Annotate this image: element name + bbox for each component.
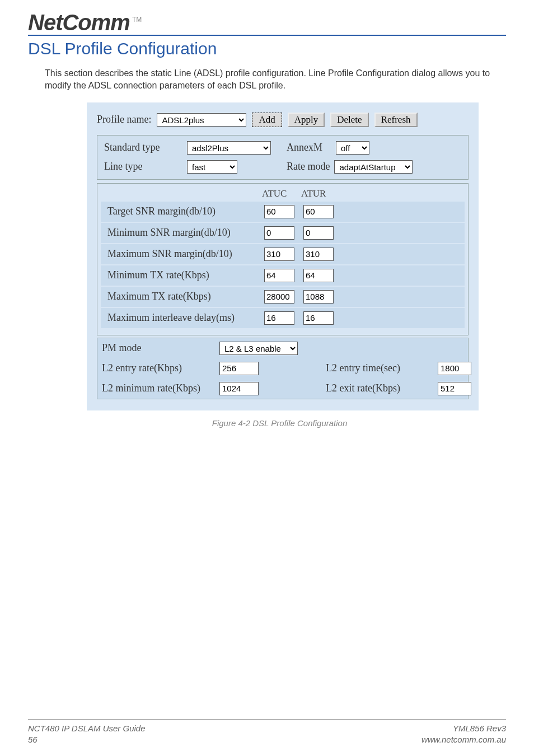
pm-mode-label: PM mode [102,342,219,354]
line-type-label: Line type [104,161,182,172]
param-atuc-input[interactable] [264,311,294,325]
param-row: Target SNR margin(db/10) [101,202,465,222]
footer-doc-title: NCT480 IP DSLAM User Guide [28,723,146,734]
param-atur-input[interactable] [303,248,334,261]
param-atuc-input[interactable] [264,290,294,304]
param-label: Maximum interleave delay(ms) [104,312,264,324]
add-button[interactable]: Add [252,113,282,127]
pm-mode-select[interactable]: L2 & L3 enable [219,342,298,355]
param-row: Maximum SNR margin(db/10) [101,244,465,264]
rate-mode-select[interactable]: adaptAtStartup [334,160,413,174]
apply-button[interactable]: Apply [288,113,325,127]
delete-button[interactable]: Delete [330,113,368,127]
param-atuc-input[interactable] [264,269,294,282]
standard-type-label: Standard type [104,142,182,153]
param-atur-input[interactable] [303,205,334,218]
standard-type-select[interactable]: adsl2Plus [187,141,271,155]
param-row: Minimum TX rate(Kbps) [101,265,465,286]
param-label: Minimum TX rate(Kbps) [104,269,264,281]
param-atuc-input[interactable] [264,226,294,240]
l2-entry-rate-label: L2 entry rate(Kbps) [102,362,219,374]
param-label: Maximum SNR margin(db/10) [104,248,264,260]
footer-rev: YML856 Rev3 [421,723,506,734]
param-atur-input[interactable] [303,311,334,325]
param-atur-input[interactable] [303,226,334,240]
l2-entry-time-input[interactable] [438,362,471,375]
param-atur-input[interactable] [303,290,334,304]
param-row: Maximum TX rate(Kbps) [101,287,465,307]
l2-entry-rate-input[interactable] [219,362,259,375]
refresh-button[interactable]: Refresh [374,113,418,127]
l2-min-rate-input[interactable] [219,382,259,395]
l2-exit-rate-input[interactable] [438,382,471,395]
param-atuc-input[interactable] [264,248,294,261]
profile-name-label: Profile name: [97,114,151,125]
footer-url: www.netcomm.com.au [421,734,506,745]
param-label: Minimum SNR margin(db/10) [104,227,264,239]
page-title: DSL Profile Configuration [28,39,506,58]
param-label: Target SNR margin(db/10) [104,206,264,217]
intro-text: This section describes the static Line (… [45,67,506,92]
param-row: Minimum SNR margin(db/10) [101,223,465,243]
rate-mode-label: Rate mode [287,161,330,172]
param-label: Maximum TX rate(Kbps) [104,291,264,302]
config-panel: Profile name: ADSL2plus Add Apply Delete… [87,102,479,410]
col-atuc: ATUC [262,188,301,199]
param-row: Maximum interleave delay(ms) [101,308,465,328]
annexm-label: AnnexM [287,142,322,153]
brand-logo: NetComm TM [28,11,506,34]
param-atuc-input[interactable] [264,205,294,218]
page-footer: NCT480 IP DSLAM User Guide 56 YML856 Rev… [28,719,506,745]
figure-caption: Figure 4-2 DSL Profile Configuration [53,418,506,428]
annexm-select[interactable]: off [336,141,369,155]
logo-text: NetComm [28,11,130,34]
l2-min-rate-label: L2 minimum rate(Kbps) [102,382,219,394]
param-atur-input[interactable] [303,269,334,282]
logo-tm: TM [132,16,142,24]
footer-page-num: 56 [28,734,146,745]
l2-exit-rate-label: L2 exit rate(Kbps) [315,382,438,394]
line-type-select[interactable]: fast [187,160,237,174]
header-rule [28,35,506,36]
col-atur: ATUR [301,188,340,199]
l2-entry-time-label: L2 entry time(sec) [315,362,438,374]
profile-name-select[interactable]: ADSL2plus [157,113,246,127]
